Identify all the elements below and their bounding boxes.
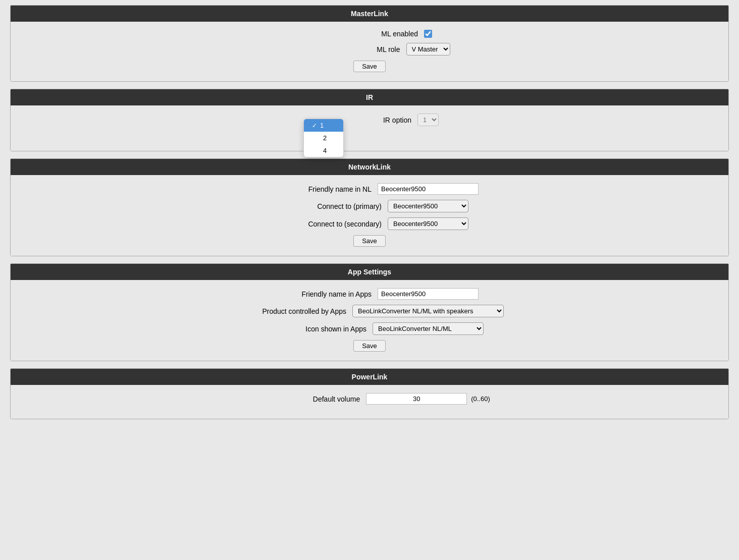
networklink-header: NetworkLink (11, 159, 728, 175)
ml-enabled-label: ML enabled (307, 30, 418, 38)
ml-role-label: ML role (289, 45, 400, 53)
app-product-controlled-label: Product controlled by Apps (235, 307, 346, 315)
appsettings-title: App Settings (348, 268, 391, 276)
appsettings-section: App Settings Friendly name in Apps Produ… (10, 263, 729, 361)
masterlink-header: MasterLink (11, 6, 728, 22)
networklink-title: NetworkLink (348, 163, 391, 171)
masterlink-title: MasterLink (351, 10, 388, 18)
ir-section: IR IR option 1 2 4 ✓ 1 2 (10, 89, 729, 151)
powerlink-title: PowerLink (352, 373, 388, 381)
app-friendly-name-input[interactable] (378, 288, 479, 300)
networklink-save-row: Save (21, 235, 718, 247)
powerlink-section: PowerLink Default volume (0..60) (10, 368, 729, 419)
powerlink-volume-input[interactable] (366, 393, 467, 405)
ir-option-2[interactable]: 2 (304, 132, 343, 144)
app-icon-label: Icon shown in Apps (255, 325, 366, 333)
appsettings-body: Friendly name in Apps Product controlled… (11, 280, 728, 361)
app-friendly-name-label: Friendly name in Apps (260, 290, 372, 298)
networklink-save-button[interactable]: Save (353, 235, 386, 247)
masterlink-body: ML enabled ML role V Master Master Slave… (11, 22, 728, 81)
appsettings-save-row: Save (21, 340, 718, 352)
app-icon-select[interactable]: BeoLinkConverter NL/ML BeoLinkConverter … (373, 322, 484, 335)
nl-connect-secondary-row: Connect to (secondary) Beocenter9500 (21, 217, 718, 230)
ml-role-row: ML role V Master Master Slave (21, 43, 718, 55)
powerlink-volume-label: Default volume (249, 395, 360, 403)
nl-friendly-name-row: Friendly name in NL (21, 183, 718, 195)
check-icon: ✓ (312, 122, 317, 129)
nl-connect-primary-label: Connect to (primary) (271, 202, 382, 210)
nl-connect-primary-select[interactable]: Beocenter9500 (388, 200, 468, 212)
masterlink-save-button[interactable]: Save (353, 61, 386, 72)
ir-option-4[interactable]: 4 (304, 144, 343, 157)
powerlink-header: PowerLink (11, 369, 728, 385)
appsettings-save-button[interactable]: Save (353, 340, 386, 352)
ir-header: IR (11, 89, 728, 105)
ir-title: IR (366, 93, 373, 101)
ml-enabled-checkbox[interactable] (424, 30, 432, 38)
masterlink-save-row: Save (21, 61, 718, 72)
ir-option-row: IR option 1 2 4 ✓ 1 2 4 (21, 114, 718, 126)
masterlink-section: MasterLink ML enabled ML role V Master M… (10, 5, 729, 82)
powerlink-volume-range: (0..60) (471, 395, 490, 403)
ir-dropdown-overlay: ✓ 1 2 4 (303, 119, 344, 157)
appsettings-header: App Settings (11, 264, 728, 280)
powerlink-volume-row: Default volume (0..60) (21, 393, 718, 405)
ml-enabled-row: ML enabled (21, 30, 718, 38)
ml-role-select[interactable]: V Master Master Slave (406, 43, 450, 55)
networklink-body: Friendly name in NL Connect to (primary)… (11, 175, 728, 256)
nl-connect-secondary-select[interactable]: Beocenter9500 (388, 217, 468, 230)
nl-friendly-name-label: Friendly name in NL (260, 185, 372, 193)
app-icon-row: Icon shown in Apps BeoLinkConverter NL/M… (21, 322, 718, 335)
nl-friendly-name-input[interactable] (378, 183, 479, 195)
app-product-controlled-select[interactable]: BeoLinkConverter NL/ML with speakers Beo… (352, 305, 504, 317)
ir-body: IR option 1 2 4 ✓ 1 2 4 (11, 105, 728, 151)
networklink-section: NetworkLink Friendly name in NL Connect … (10, 158, 729, 256)
ir-option-1[interactable]: ✓ 1 (304, 119, 343, 132)
ir-option-select[interactable]: 1 2 4 (417, 114, 439, 126)
nl-connect-primary-row: Connect to (primary) Beocenter9500 (21, 200, 718, 212)
app-friendly-name-row: Friendly name in Apps (21, 288, 718, 300)
app-product-controlled-row: Product controlled by Apps BeoLinkConver… (21, 305, 718, 317)
nl-connect-secondary-label: Connect to (secondary) (271, 220, 382, 228)
powerlink-body: Default volume (0..60) (11, 385, 728, 419)
